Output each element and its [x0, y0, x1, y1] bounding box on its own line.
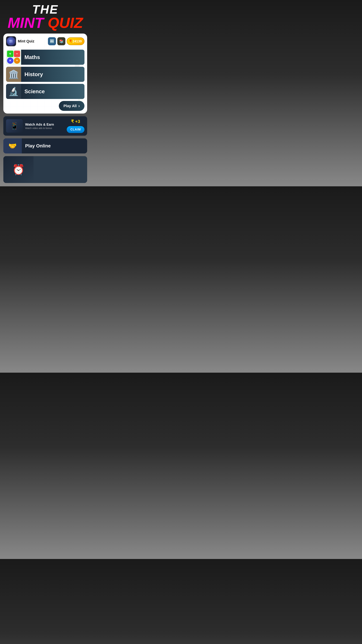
rupee-icon: ₹: [69, 39, 72, 44]
science-icon: 🔬: [8, 86, 19, 96]
ads-subtitle: Watch video ads to bonus: [25, 127, 64, 130]
play-online-label: Play Online: [22, 143, 87, 148]
maths-label-text: Maths: [24, 54, 40, 60]
the-label: THE: [0, 3, 90, 16]
category-history[interactable]: 🏛️ History: [6, 67, 84, 82]
reward-value: +3: [75, 119, 80, 124]
div-icon: ÷: [14, 58, 20, 64]
history-icon: 🏛️: [8, 70, 19, 79]
quiz-label: QUIZ: [48, 14, 83, 31]
history-label: History: [21, 67, 84, 82]
play-all-label: Play All: [63, 104, 77, 108]
mint-label: MINT: [7, 14, 43, 31]
times-icon: ×: [7, 58, 13, 64]
books-icon: 📚: [59, 39, 64, 44]
history-label-text: History: [24, 71, 43, 78]
app-logo: MINT QUIZ: [6, 36, 16, 46]
science-label-text: Science: [24, 88, 45, 94]
translate-button[interactable]: 🔤: [48, 37, 56, 45]
coin-badge: ₹ 24139: [67, 38, 84, 45]
minus-icon: −: [14, 51, 20, 57]
play-online-card[interactable]: 🤝 Play Online: [3, 138, 87, 154]
app-logo-inner: MINT QUIZ: [7, 37, 15, 46]
category-maths[interactable]: + − × ÷ Maths: [6, 50, 84, 65]
bottom-card-icon: ⏰: [12, 164, 25, 176]
app-name: Mint Quiz: [18, 39, 46, 44]
translate-icon: 🔤: [50, 39, 54, 44]
app-header: THE MINT QUIZ: [0, 0, 90, 32]
coin-amount: 24139: [72, 40, 82, 43]
bottom-card-thumb: ⏰: [3, 156, 33, 183]
play-all-arrow: ›: [78, 103, 80, 108]
history-thumb: 🏛️: [6, 67, 21, 82]
play-all-button[interactable]: Play All ›: [59, 101, 84, 111]
ads-reward-amount: ₹ +3: [71, 119, 80, 124]
maths-thumb: + − × ÷: [6, 50, 21, 65]
play-all-container: Play All ›: [6, 101, 84, 111]
topbar-icons: 🔤 📚 ₹ 24139: [48, 37, 84, 45]
play-online-icon: 🤝: [8, 142, 17, 150]
maths-label: Maths: [21, 50, 84, 65]
claim-button[interactable]: CLAIM: [67, 126, 84, 133]
plus-icon: +: [7, 51, 13, 57]
play-online-thumb: 🤝: [3, 138, 22, 154]
science-label: Science: [21, 84, 84, 99]
category-science[interactable]: 🔬 Science: [6, 84, 84, 99]
ads-reward-section: ₹ +3 CLAIM: [67, 119, 84, 133]
bottom-card[interactable]: ⏰: [3, 156, 87, 183]
top-bar: MINT QUIZ Mint Quiz 🔤 📚 ₹ 24139: [6, 36, 84, 46]
ads-illustration-icon: 📱: [10, 122, 18, 130]
ads-title: Watch Ads & Earn: [25, 122, 64, 126]
science-thumb: 🔬: [6, 84, 21, 99]
books-button[interactable]: 📚: [57, 37, 65, 45]
ads-thumb: 📱: [6, 119, 23, 133]
ads-content: Watch Ads & Earn Watch video ads to bonu…: [25, 122, 64, 130]
reward-rupee-icon: ₹: [71, 119, 74, 124]
mint-quiz-label: MINT QUIZ: [0, 16, 90, 30]
category-list: + − × ÷ Maths 🏛️ History 🔬: [6, 50, 84, 99]
app-card: 🏛️ 📱 ⌨️ 🔋 🖥️ 📦 🏢 📷 MINT QUIZ Mint Quiz 🔤…: [3, 34, 87, 114]
ads-card: 📱 Watch Ads & Earn Watch video ads to bo…: [3, 116, 87, 136]
